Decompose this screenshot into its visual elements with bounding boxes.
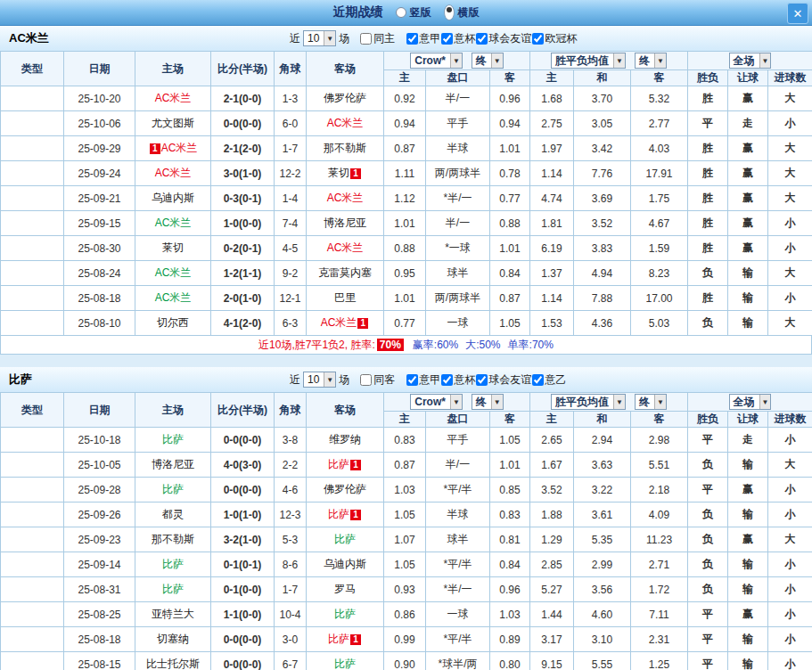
handicap-result-cell: 输 [728, 261, 768, 286]
odds-source-select[interactable]: Crow* ▼ [410, 53, 463, 69]
corner-cell: 12-3 [275, 502, 307, 527]
scope-value: 全场 [734, 395, 755, 410]
matches-label: 场 [339, 372, 349, 388]
handicap-result-cell: 输 [728, 552, 768, 577]
layout-horizontal-label: 横版 [458, 5, 480, 20]
score-cell: 0-0(0-0) [211, 428, 275, 453]
euro-away-odds: 11.23 [631, 527, 688, 552]
result-group: 全场 ▼ [688, 393, 812, 412]
corner-cell: 12-2 [275, 161, 307, 186]
asian-away-odds: 0.80 [490, 652, 530, 670]
asian-home-odds: 1.01 [384, 211, 426, 236]
red-card-badge: 1 [357, 318, 368, 329]
team-name: 比萨 [9, 372, 290, 388]
league-filter[interactable]: 意杯 [441, 372, 475, 388]
col-home: 主场 [135, 393, 211, 428]
team-name-text: 罗马 [334, 583, 356, 595]
away-team-cell: 比萨 [307, 652, 384, 670]
league-filter[interactable]: 球会友谊 [476, 31, 531, 46]
score-cell: 4-0(3-0) [211, 453, 275, 478]
col-euro-away: 客 [631, 412, 688, 428]
layout-option-horizontal[interactable]: 横版 [444, 4, 480, 20]
league-filter-checkbox[interactable] [476, 374, 488, 386]
scope-select[interactable]: 全场 ▼ [729, 394, 772, 410]
odds-source-select[interactable]: Crow* ▼ [410, 394, 463, 410]
handicap-cell: 平手 [426, 428, 490, 453]
result-cell: 平 [688, 478, 728, 502]
recent-count-select[interactable]: 10 ▼ [303, 372, 336, 388]
league-filter[interactable]: 意乙 [532, 372, 566, 388]
team-name-text: 都灵 [162, 508, 184, 520]
match-row: 意甲25-09-291AC米兰2-1(2-0)1-7那不勒斯0.87半球1.01… [1, 136, 812, 161]
euro-home-odds: 2.85 [530, 552, 574, 577]
avg-odds-select[interactable]: 胜平负均值 ▼ [551, 394, 626, 410]
league-filter-checkbox[interactable] [532, 33, 544, 45]
col-type: 类型 [1, 52, 64, 86]
team-name-text: 切塞纳 [157, 633, 189, 645]
corner-cell: 5-3 [275, 527, 307, 552]
asian-final-select[interactable]: 终 ▼ [472, 53, 504, 69]
date-cell: 25-08-25 [64, 602, 135, 627]
close-button[interactable]: ✕ [787, 3, 808, 24]
red-card-badge: 1 [350, 168, 361, 179]
league-filter[interactable]: 意杯 [441, 31, 475, 46]
avg-odds-select[interactable]: 胜平负均值 ▼ [551, 53, 626, 69]
league-filter-checkbox[interactable] [441, 33, 453, 45]
same-venue-checkbox[interactable] [360, 374, 372, 386]
league-filter-checkbox[interactable] [476, 33, 488, 45]
league-filter-checkbox[interactable] [406, 33, 418, 45]
euro-away-odds: 1.59 [631, 236, 688, 261]
euro-draw-odds: 3.22 [574, 478, 631, 502]
league-cell: 球会友谊 [1, 311, 64, 336]
asian-away-odds: 1.03 [490, 602, 530, 627]
league-filter-checkbox[interactable] [441, 374, 453, 386]
summary-big: 大:50% [465, 338, 500, 353]
home-team-cell: 乌迪内斯 [135, 186, 211, 211]
league-cell: 意甲 [1, 211, 64, 236]
team-name-text: 那不勒斯 [152, 533, 194, 545]
home-team-cell: 那不勒斯 [135, 527, 211, 552]
goals-result-cell: 大 [768, 453, 812, 478]
asian-final-select[interactable]: 终 ▼ [472, 394, 504, 410]
score-cell: 2-1(2-0) [211, 136, 275, 161]
col-handicap-result: 让球 [728, 412, 768, 428]
layout-option-vertical[interactable]: 竖版 [396, 5, 431, 20]
match-row: 意甲25-09-23那不勒斯3-2(1-0)5-3比萨1.07球半0.811.2… [1, 527, 812, 552]
euro-draw-odds: 5.35 [574, 527, 631, 552]
euro-final-select[interactable]: 终 ▼ [635, 394, 667, 410]
team-name-text: 那不勒斯 [324, 142, 366, 154]
team-name-text: AC米兰 [327, 192, 364, 204]
date-cell: 25-09-28 [64, 478, 135, 502]
team-name-text: AC米兰 [155, 217, 192, 229]
same-venue-filter[interactable]: 同客 [360, 372, 395, 388]
league-filter-checkbox[interactable] [406, 374, 418, 386]
euro-draw-odds: 3.42 [574, 136, 631, 161]
match-row: 意甲25-09-28比萨0-0(0-0)4-6佛罗伦萨1.03*平/半0.853… [1, 478, 812, 502]
away-team-cell: AC米兰 [307, 186, 384, 211]
euro-draw-odds: 3.63 [574, 453, 631, 478]
corner-cell: 10-4 [275, 602, 307, 627]
handicap-cell: 半/一 [426, 211, 490, 236]
match-row: 意甲25-10-20AC米兰2-1(0-0)1-3佛罗伦萨0.92半/一0.96… [1, 86, 812, 111]
recent-count-select[interactable]: 10 ▼ [303, 30, 336, 46]
league-filter[interactable]: 意甲 [406, 372, 440, 388]
same-venue-filter[interactable]: 同主 [360, 31, 395, 46]
euro-draw-odds: 3.52 [574, 211, 631, 236]
handicap-cell: 球半 [426, 527, 490, 552]
league-filter[interactable]: 欧冠杯 [532, 31, 577, 46]
team-name-text: AC米兰 [155, 92, 192, 104]
league-filter[interactable]: 球会友谊 [476, 372, 531, 388]
scope-select[interactable]: 全场 ▼ [729, 53, 772, 69]
league-filter-label: 意乙 [545, 372, 566, 388]
league-cell: 意甲 [1, 236, 64, 261]
league-filter[interactable]: 意甲 [406, 31, 440, 46]
euro-final-select[interactable]: 终 ▼ [635, 53, 667, 69]
euro-away-odds: 5.03 [631, 311, 688, 336]
asian-away-odds: 0.78 [490, 161, 530, 186]
away-team-cell: 罗马 [307, 577, 384, 602]
summary-single: 单率:70% [508, 338, 554, 353]
same-venue-checkbox[interactable] [360, 33, 372, 45]
league-filter-checkbox[interactable] [532, 374, 544, 386]
match-row: 意甲25-08-24AC米兰1-2(1-1)9-2克雷莫内塞0.95球半0.84… [1, 261, 812, 286]
team-name-text: 尤文图斯 [152, 117, 194, 129]
